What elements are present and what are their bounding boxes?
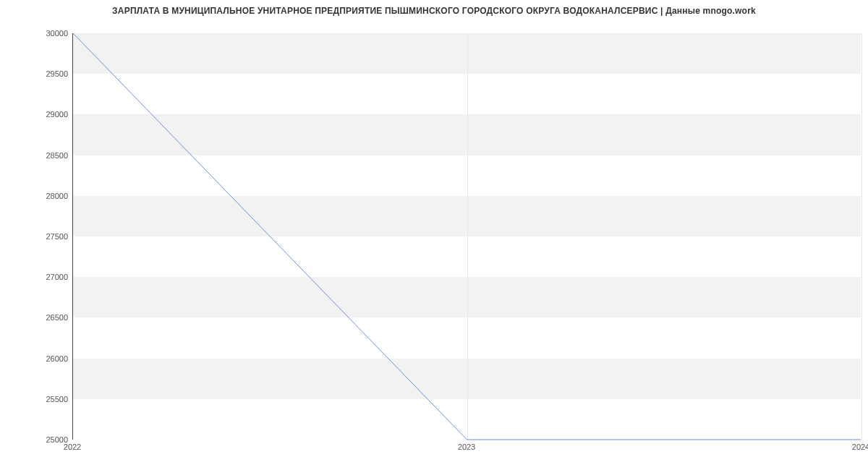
x-tick-label: 2024 [852, 443, 868, 451]
y-tick-label: 27500 [4, 232, 68, 241]
y-tick-label: 30000 [4, 29, 68, 38]
y-tick-label: 26500 [4, 313, 68, 322]
x-tick-label: 2023 [458, 443, 475, 451]
chart-title: ЗАРПЛАТА В МУНИЦИПАЛЬНОЕ УНИТАРНОЕ ПРЕДП… [0, 6, 868, 16]
chart-container: ЗАРПЛАТА В МУНИЦИПАЛЬНОЕ УНИТАРНОЕ ПРЕДП… [0, 0, 868, 470]
y-tick-label: 25000 [4, 435, 68, 444]
y-tick-label: 28000 [4, 192, 68, 200]
plot-area [72, 33, 861, 440]
y-tick-label: 29000 [4, 110, 68, 119]
y-tick-label: 28500 [4, 151, 68, 160]
y-tick-label: 29500 [4, 69, 68, 78]
y-tick-label: 25500 [4, 395, 68, 403]
line-series [73, 33, 861, 440]
grid-line-vertical [861, 33, 862, 440]
y-tick-label: 26000 [4, 354, 68, 363]
x-tick-label: 2022 [64, 443, 81, 451]
y-tick-label: 27000 [4, 273, 68, 281]
